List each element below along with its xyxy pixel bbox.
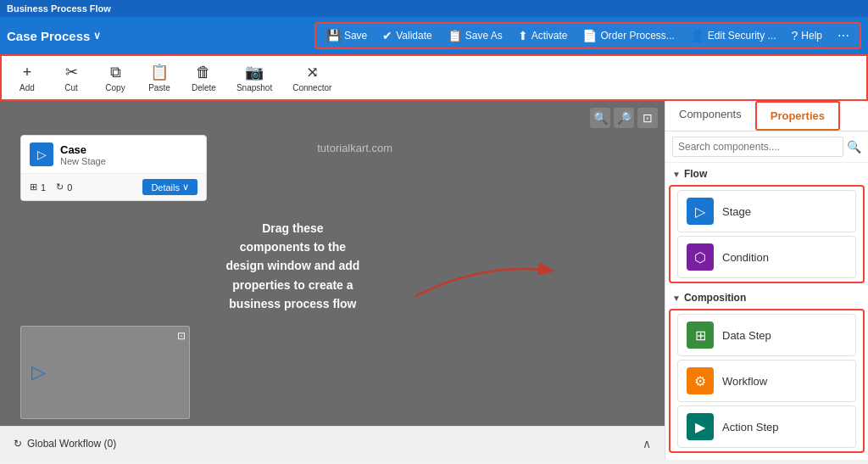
tab-properties[interactable]: Properties [755,101,840,131]
copy-cmd[interactable]: ⧉ Copy [100,62,131,94]
workflow-chevron-icon[interactable]: ∧ [643,437,651,450]
snapshot-icon: 📷 [245,63,264,81]
validate-icon: ✔ [382,29,392,42]
drag-tooltip: Drag thesecomponents to thedesign window… [225,219,359,314]
workflow-bar: ↻ Global Workflow (0) ∧ [0,426,665,460]
right-panel: Components Properties 🔍 ▼ Flow ▷ Stage [665,101,868,460]
stage-card-title: Case [60,143,106,156]
cut-icon: ✂ [65,63,78,81]
canvas-controls: 🔍 🔎 ⊡ [590,108,658,128]
save-icon: 💾 [326,29,341,42]
panel-tabs: Components Properties [665,101,868,131]
flow-components: ▷ Stage ⬡ Condition [669,185,865,283]
add-cmd[interactable]: + Add [12,62,42,94]
drag-arrow [407,245,559,313]
toolbar-actions: 💾 Save ✔ Validate 📋 Save As ⬆ Activate 📄… [314,22,861,49]
search-input[interactable] [672,137,843,157]
main-content: 🔍 🔎 ⊡ ▷ Case New Stage ⊞ 1 [0,101,868,460]
flow-triangle-icon: ▼ [672,170,681,179]
stage-card: ▷ Case New Stage ⊞ 1 ↻ 0 Details ∨ [20,135,207,201]
copy-icon: ⧉ [110,64,121,81]
action-step-component[interactable]: ▶ Action Step [677,405,856,448]
help-button[interactable]: ? Help [785,25,829,46]
process-title[interactable]: Case Process ∨ [7,29,101,43]
app-title: Business Process Flow [7,3,111,14]
activate-button[interactable]: ⬆ Activate [511,25,575,46]
search-bar: 🔍 [665,131,868,163]
action-step-comp-label: Action Step [722,421,779,433]
save-as-icon: 📋 [448,29,462,42]
stage-comp-label: Stage [722,205,751,218]
drag-tooltip-text: Drag thesecomponents to thedesign window… [225,221,359,311]
zoom-in-button[interactable]: 🔎 [614,108,634,128]
zoom-out-button[interactable]: 🔍 [590,108,610,128]
workflow-comp-label: Workflow [722,375,767,388]
loop-count: ↻ 0 [56,182,72,193]
paste-icon: 📋 [150,63,169,81]
save-as-button[interactable]: 📋 Save As [441,25,509,46]
zoom-in-icon: 🔎 [617,111,632,125]
workflow-comp-icon: ⚙ [687,367,714,394]
delete-cmd[interactable]: 🗑 Delete [188,62,220,94]
condition-component[interactable]: ⬡ Condition [677,236,856,278]
stage-card-footer: ⊞ 1 ↻ 0 Details ∨ [21,174,206,200]
fit-button[interactable]: ⊡ [637,108,658,128]
stage-comp-icon: ▷ [687,198,714,225]
workflow-icon: ↻ [14,438,22,450]
mini-map-stage-icon: ▷ [31,361,46,383]
data-step-comp-icon: ⊞ [687,321,714,349]
action-step-comp-icon: ▶ [687,413,714,440]
condition-comp-icon: ⬡ [687,243,714,271]
workflow-label: ↻ Global Workflow (0) [14,438,116,450]
main-toolbar: Case Process ∨ 💾 Save ✔ Validate 📋 Save … [0,17,868,54]
cut-cmd[interactable]: ✂ Cut [56,61,86,94]
stage-card-icon: ▷ [30,143,53,166]
chevron-icon: ∨ [93,30,101,42]
snapshot-cmd[interactable]: 📷 Snapshot [233,61,275,94]
workflow-component[interactable]: ⚙ Workflow [677,360,856,402]
add-icon: + [23,64,32,81]
details-button[interactable]: Details ∨ [142,179,198,195]
composition-triangle-icon: ▼ [672,293,681,303]
flow-section-header: ▼ Flow [665,163,868,182]
details-chevron-icon: ∨ [182,182,189,193]
canvas-area[interactable]: 🔍 🔎 ⊡ ▷ Case New Stage ⊞ 1 [0,101,665,460]
data-step-component[interactable]: ⊞ Data Step [677,314,856,356]
more-button[interactable]: ⋯ [831,25,856,46]
activate-icon: ⬆ [518,29,528,42]
search-icon: 🔍 [847,140,861,154]
mini-map: ▷ ⊡ [20,326,190,419]
loop-icon: ↻ [56,182,64,193]
save-button[interactable]: 💾 Save [320,25,374,46]
paste-cmd[interactable]: 📋 Paste [144,61,175,94]
step-icon: ⊞ [30,182,37,193]
flow-items: ▷ Stage ⬡ Condition [670,187,863,282]
command-bar: + Add ✂ Cut ⧉ Copy 📋 Paste 🗑 Delete 📷 Sn… [0,54,868,101]
zoom-out-icon: 🔍 [593,111,608,125]
order-process-button[interactable]: 📄 Order Process... [576,25,681,46]
step-count: ⊞ 1 [30,182,46,193]
data-step-comp-label: Data Step [722,329,771,342]
top-bar: Business Process Flow [0,0,868,17]
tab-components[interactable]: Components [665,101,755,131]
stage-card-header: ▷ Case New Stage [21,136,206,174]
order-process-icon: 📄 [582,29,597,42]
connector-cmd[interactable]: ⤨ Connector [289,61,335,94]
more-icon: ⋯ [837,29,849,42]
edit-security-icon: 👤 [690,29,704,42]
validate-button[interactable]: ✔ Validate [376,25,438,46]
composition-items: ⊞ Data Step ⚙ Workflow ▶ Action Step [670,310,863,451]
stage-card-info: Case New Stage [60,143,106,166]
connector-icon: ⤨ [306,63,319,81]
composition-section-header: ▼ Composition [665,287,868,305]
mini-map-expand-icon[interactable]: ⊡ [177,330,186,342]
composition-components: ⊞ Data Step ⚙ Workflow ▶ Action Step [669,309,865,453]
edit-security-button[interactable]: 👤 Edit Security ... [683,25,783,46]
watermark: tutorialkart.com [317,142,392,154]
stage-card-subtitle: New Stage [60,156,106,166]
delete-icon: 🗑 [196,64,211,81]
stage-component[interactable]: ▷ Stage [677,190,856,232]
condition-comp-label: Condition [722,251,769,264]
help-icon: ? [792,29,798,42]
search-button[interactable]: 🔍 [847,140,861,154]
